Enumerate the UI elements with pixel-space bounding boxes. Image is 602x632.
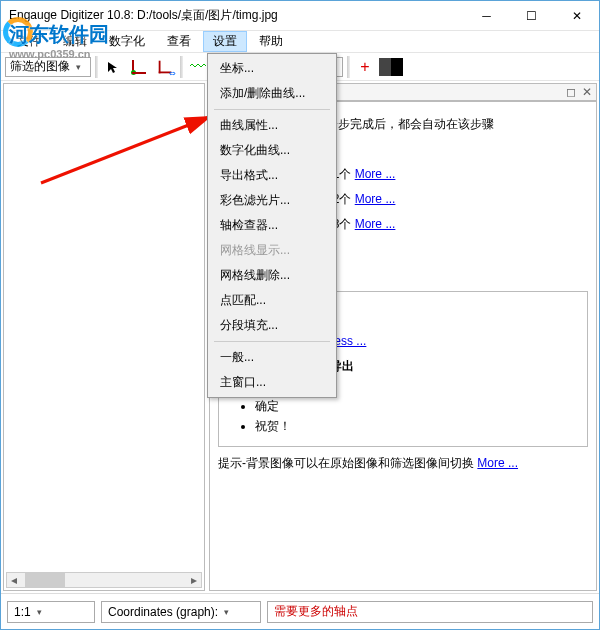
more-link[interactable]: More ...	[355, 192, 396, 206]
dd-digitize-curve[interactable]: 数字化曲线...	[210, 138, 334, 163]
dd-add-remove-curve[interactable]: 添加/删除曲线...	[210, 81, 334, 106]
dd-curve-properties[interactable]: 曲线属性...	[210, 113, 334, 138]
list-item: 确定	[255, 398, 579, 415]
coord-mode-label: Coordinates (graph):	[108, 605, 218, 619]
crosshair-tool-icon[interactable]: +	[354, 56, 376, 78]
filter-image-combo[interactable]: 筛选的图像 ▾	[5, 57, 91, 77]
coord-mode-combo[interactable]: Coordinates (graph): ▾	[101, 601, 261, 623]
horizontal-scrollbar[interactable]: ◂ ▸	[6, 572, 202, 588]
dropdown-separator	[214, 341, 330, 342]
dd-export-format[interactable]: 导出格式...	[210, 163, 334, 188]
scroll-right-icon[interactable]: ▸	[187, 573, 201, 587]
dd-segment-fill[interactable]: 分段填充...	[210, 313, 334, 338]
undock-icon[interactable]: ◻	[566, 85, 576, 99]
app-window: Engauge Digitizer 10.8: D:/tools/桌面/图片/t…	[0, 0, 600, 630]
panel-close-icon[interactable]: ✕	[582, 85, 592, 99]
image-canvas-panel[interactable]: ◂ ▸	[3, 83, 205, 591]
menu-digitize[interactable]: 数字化	[99, 31, 155, 52]
dd-gridlines-remove[interactable]: 网格线删除...	[210, 263, 334, 288]
more-link[interactable]: More ...	[355, 167, 396, 181]
chevron-down-icon: ▾	[224, 607, 229, 617]
dd-point-match[interactable]: 点匹配...	[210, 288, 334, 313]
menu-help[interactable]: 帮助	[249, 31, 293, 52]
more-link[interactable]: More ...	[477, 456, 518, 470]
zoom-combo[interactable]: 1:1 ▾	[7, 601, 95, 623]
maximize-button[interactable]: ☐	[509, 1, 554, 31]
scrollbar-thumb[interactable]	[25, 573, 65, 587]
curve-tool-icon[interactable]: 〰	[187, 56, 209, 78]
title-bar: Engauge Digitizer 10.8: D:/tools/桌面/图片/t…	[1, 1, 599, 31]
dropdown-separator	[214, 109, 330, 110]
chevron-down-icon: ▾	[37, 607, 42, 617]
window-title: Engauge Digitizer 10.8: D:/tools/桌面/图片/t…	[9, 7, 464, 24]
color-tool-icon[interactable]	[380, 56, 402, 78]
scroll-left-icon[interactable]: ◂	[7, 573, 21, 587]
settings-dropdown: 坐标... 添加/删除曲线... 曲线属性... 数字化曲线... 导出格式..…	[207, 53, 337, 398]
filter-image-label: 筛选的图像	[10, 58, 70, 75]
menu-edit[interactable]: 编辑	[53, 31, 97, 52]
axis-point-tool-icon[interactable]	[128, 56, 150, 78]
pointer-tool-icon[interactable]	[102, 56, 124, 78]
zoom-value: 1:1	[14, 605, 31, 619]
close-button[interactable]: ✕	[554, 1, 599, 31]
dd-axis-checker[interactable]: 轴检查器...	[210, 213, 334, 238]
menu-view[interactable]: 查看	[157, 31, 201, 52]
menu-settings[interactable]: 设置	[203, 31, 247, 52]
status-bar: 1:1 ▾ Coordinates (graph): ▾ 需要更多的轴点	[1, 593, 599, 629]
list-item: 祝贺！	[255, 418, 579, 435]
chevron-down-icon: ▾	[76, 62, 81, 72]
toolbar-separator	[180, 56, 183, 78]
status-text: 需要更多的轴点	[274, 603, 358, 620]
more-link[interactable]: More ...	[355, 217, 396, 231]
minimize-button[interactable]: ─	[464, 1, 509, 31]
toolbar-separator	[347, 56, 350, 78]
watermark-logo-icon	[3, 17, 33, 47]
dd-coordinates[interactable]: 坐标...	[210, 56, 334, 81]
menu-bar: 文件 编辑 数字化 查看 设置 帮助	[1, 31, 599, 53]
toolbar-separator	[95, 56, 98, 78]
status-readout: 需要更多的轴点	[267, 601, 593, 623]
dd-gridlines-show: 网格线显示...	[210, 238, 334, 263]
hint-text: 提示-背景图像可以在原始图像和筛选图像间切换 More ...	[218, 455, 588, 472]
dd-color-filter[interactable]: 彩色滤光片...	[210, 188, 334, 213]
scale-tool-icon[interactable]: ⇔	[154, 56, 176, 78]
dd-main-window[interactable]: 主窗口...	[210, 370, 334, 395]
dd-general[interactable]: 一般...	[210, 345, 334, 370]
